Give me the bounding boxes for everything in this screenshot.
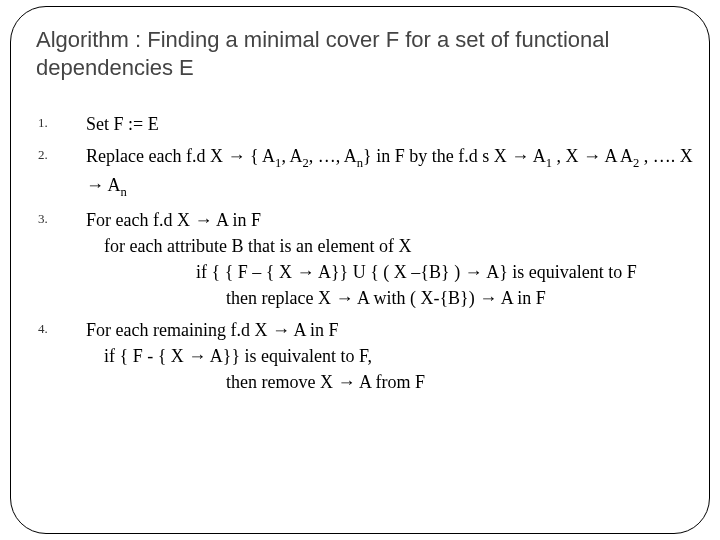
step-number: 1. bbox=[38, 111, 86, 137]
step-text: For each f.d X → A in F for each attribu… bbox=[86, 207, 702, 311]
step-text: Replace each f.d X → { A1, A2, …, An} in… bbox=[86, 143, 702, 201]
step-number: 4. bbox=[38, 317, 86, 395]
step-text: For each remaining f.d X → A in F if { F… bbox=[86, 317, 702, 395]
step-4: 4. For each remaining f.d X → A in F if … bbox=[38, 317, 702, 395]
step-2: 2. Replace each f.d X → { A1, A2, …, An}… bbox=[38, 143, 702, 201]
step-1: 1. Set F := E bbox=[38, 111, 702, 137]
step-text: Set F := E bbox=[86, 111, 702, 137]
step-3: 3. For each f.d X → A in F for each attr… bbox=[38, 207, 702, 311]
slide: Algorithm : Finding a minimal cover F fo… bbox=[0, 0, 720, 540]
algorithm-body: 1. Set F := E 2. Replace each f.d X → { … bbox=[38, 111, 702, 395]
slide-title: Algorithm : Finding a minimal cover F fo… bbox=[36, 26, 692, 81]
step-number: 2. bbox=[38, 143, 86, 201]
step-number: 3. bbox=[38, 207, 86, 311]
